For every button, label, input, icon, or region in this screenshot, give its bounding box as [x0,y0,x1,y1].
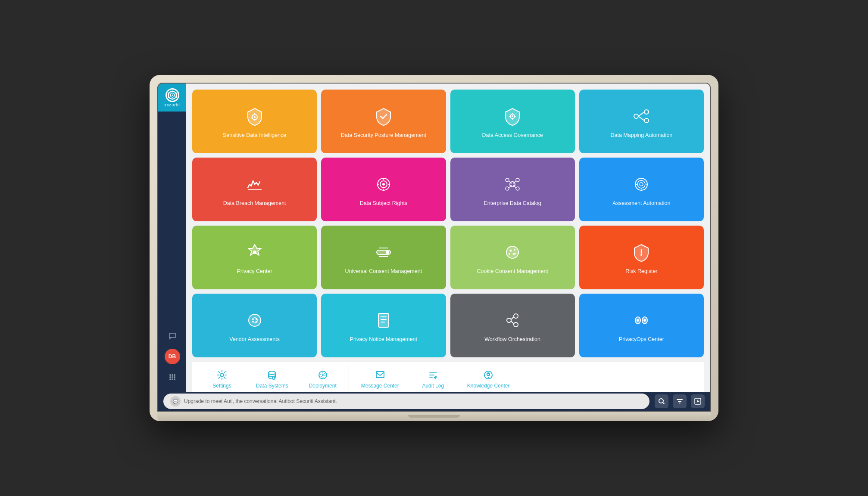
svg-point-25 [516,187,519,190]
svg-point-43 [256,321,257,322]
svg-point-5 [169,376,171,378]
message-center-icon [374,369,386,381]
svg-point-38 [640,254,642,256]
settings-icon [216,369,228,381]
svg-point-32 [506,246,518,258]
ucm-label: Universal Consent Management [345,268,422,276]
svg-point-47 [514,322,518,327]
knowledge-center-tile[interactable]: Knowledge Center [457,366,520,392]
tile-ucm[interactable]: Universal Consent Management [321,226,446,289]
logo-icon [165,88,179,102]
ucm-icon [372,241,395,264]
message-center-tile[interactable]: Message Center [351,366,409,392]
svg-point-15 [634,114,638,118]
svg-point-0 [170,93,175,97]
deployment-tile[interactable]: Deployment [299,366,347,392]
bottom-bar: 💬 Upgrade to meet Auti, the conversation… [158,392,710,411]
svg-point-35 [509,253,510,255]
wo-label: Workflow Orchestration [484,336,540,344]
tile-dspm[interactable]: Data Security Posture Management [321,90,446,153]
rr-label: Risk Register [625,268,657,276]
dsr-icon [372,173,395,195]
deployment-label: Deployment [309,383,337,389]
tile-pc[interactable]: Privacy Center [192,226,317,289]
knowledge-center-label: Knowledge Center [467,383,510,389]
dma-icon [630,105,653,127]
svg-point-3 [172,374,173,376]
tile-dma[interactable]: Data Mapping Automation [579,90,704,153]
filter-button[interactable] [673,394,687,408]
tile-row-2: Data Breach Management [192,158,704,221]
tile-rr[interactable]: Risk Register [579,226,704,289]
svg-point-41 [256,318,257,320]
edc-icon [501,173,524,195]
svg-point-36 [513,253,515,255]
svg-point-17 [644,118,649,123]
tile-edc[interactable]: Enterprise Data Catalog [450,158,575,221]
dspm-icon [372,105,395,127]
svg-point-8 [169,378,171,380]
audit-log-tile[interactable]: Audit Log [409,366,457,392]
va-label: Vendor Assessments [229,336,280,344]
tile-dsr[interactable]: Data Subject Rights [321,158,446,221]
svg-point-26 [635,178,647,190]
svg-point-24 [506,187,509,190]
message-center-label: Message Center [361,383,399,389]
svg-point-27 [637,180,645,188]
tile-va[interactable]: Vendor Assessments [192,294,317,357]
poc-icon [630,309,653,332]
audit-log-icon [427,369,439,381]
va-icon [244,309,266,332]
tile-sensitive-data[interactable]: Sensitive Data Intelligence [192,90,317,153]
dbm-label: Data Breach Management [223,200,286,208]
chat-bubble[interactable]: 💬 Upgrade to meet Auti, the conversation… [163,394,649,409]
svg-point-6 [172,376,173,378]
bottom-actions [655,394,705,408]
svg-point-59 [488,377,489,378]
svg-point-1 [172,94,173,96]
tile-dag[interactable]: Data Access Governance [450,90,575,153]
deployment-icon [317,369,329,381]
search-button[interactable] [655,394,668,408]
svg-rect-44 [378,313,389,327]
svg-point-52 [220,373,224,377]
svg-point-7 [174,376,175,378]
sidebar-chat-icon[interactable] [165,328,180,344]
aa-label: Assessment Automation [612,200,670,208]
util-section-left: Settings [198,366,347,392]
svg-point-2 [169,374,171,376]
svg-point-37 [515,253,517,254]
user-avatar[interactable]: DB [165,349,180,364]
ccm-icon [501,241,524,264]
svg-point-29 [253,251,256,254]
svg-point-9 [172,378,173,380]
play-button[interactable] [691,394,705,408]
sidebar-logo[interactable]: securiti [158,84,186,112]
pnm-icon [372,309,395,332]
poc-label: PrivacyOps Center [619,336,664,344]
data-systems-label: Data Systems [256,383,288,389]
tile-aa[interactable]: Assessment Automation [579,158,704,221]
tile-poc[interactable]: PrivacyOps Center [579,294,704,357]
tile-wo[interactable]: Workflow Orchestration [450,294,575,357]
svg-point-50 [637,319,639,322]
settings-label: Settings [212,383,231,389]
dspm-label: Data Security Posture Management [341,132,426,140]
svg-point-22 [506,178,509,182]
sidebar: securiti DB [158,84,186,392]
tile-ccm[interactable]: Cookie Consent Management [450,226,575,289]
svg-point-31 [386,251,389,254]
sidebar-grid-icon[interactable] [165,369,180,385]
settings-tile[interactable]: Settings [198,366,246,392]
tile-pnm[interactable]: Privacy Notice Management [321,294,446,357]
utility-divider [349,366,349,392]
ccm-label: Cookie Consent Management [477,268,548,276]
svg-point-34 [514,249,515,251]
svg-point-42 [252,321,254,322]
audit-log-label: Audit Log [422,383,444,389]
data-systems-tile[interactable]: Data Systems [246,366,299,392]
pc-label: Privacy Center [237,268,272,276]
dbm-icon [244,173,266,195]
tile-dbm[interactable]: Data Breach Management [192,158,317,221]
dma-label: Data Mapping Automation [610,132,672,140]
